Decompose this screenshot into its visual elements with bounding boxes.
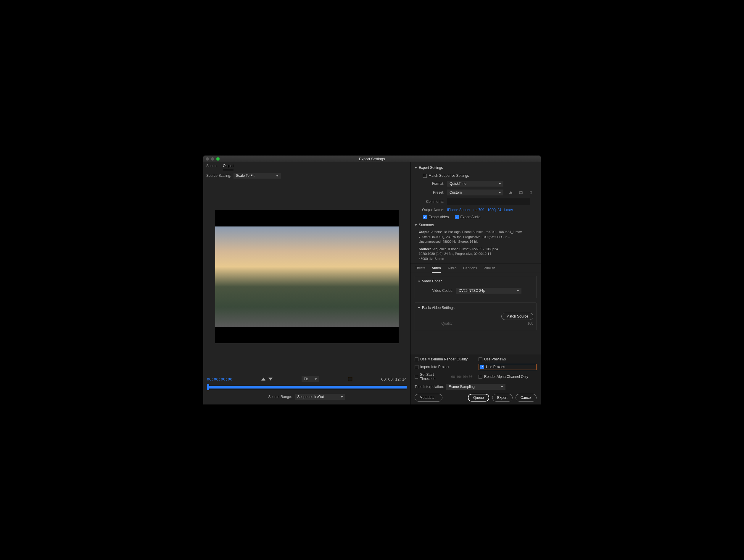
summary-source: Source: Sequence, iPhone Sunset - rec709… xyxy=(415,247,536,262)
start-timecode-value: 00:00:00:00 xyxy=(451,375,473,379)
output-name-label: Output Name: xyxy=(415,208,444,212)
export-audio-checkbox[interactable]: Export Audio xyxy=(455,215,481,219)
tab-source[interactable]: Source xyxy=(206,164,218,170)
comments-input[interactable] xyxy=(447,198,530,205)
playhead[interactable] xyxy=(207,385,209,390)
chevron-down-icon xyxy=(415,167,417,168)
export-video-checkbox[interactable]: Export Video xyxy=(423,215,449,219)
use-previews-checkbox[interactable]: Use Previews xyxy=(479,357,536,361)
chevron-down-icon xyxy=(415,225,417,226)
video-codec-dropdown[interactable]: DV25 NTSC 24p xyxy=(456,288,521,293)
video-settings-scroll[interactable]: Video Codec Video Codec: DV25 NTSC 24p B… xyxy=(410,273,541,354)
preview-viewport xyxy=(215,210,399,343)
preview-panel: Source Output Source Scaling: Scale To F… xyxy=(203,162,410,404)
format-dropdown[interactable]: QuickTime xyxy=(447,181,504,187)
save-preset-icon[interactable] xyxy=(508,190,514,195)
source-scaling-label: Source Scaling: xyxy=(206,173,231,178)
export-button[interactable]: Export xyxy=(492,394,513,402)
import-into-project-checkbox[interactable]: Import Into Project xyxy=(415,364,473,370)
mark-out-icon[interactable] xyxy=(268,377,272,381)
preset-label: Preset: xyxy=(415,190,444,195)
window-title: Export Settings xyxy=(203,157,541,161)
aspect-ratio-icon[interactable] xyxy=(348,377,352,381)
delete-preset-icon[interactable] xyxy=(528,190,533,195)
source-range-dropdown[interactable]: Sequence In/Out xyxy=(295,394,345,400)
tab-video[interactable]: Video xyxy=(432,266,441,273)
timeline-controls: 00:00:00:00 Fit 00:00:12:14 Source Range… xyxy=(203,372,410,404)
format-label: Format: xyxy=(415,182,444,186)
preset-dropdown[interactable]: Custom xyxy=(447,190,504,195)
tab-captions[interactable]: Captions xyxy=(463,266,477,273)
export-settings-window: Export Settings Source Output Source Sca… xyxy=(203,156,541,404)
source-range-label: Source Range: xyxy=(268,395,292,399)
max-render-quality-checkbox[interactable]: Use Maximum Render Quality xyxy=(415,357,473,361)
output-name-link[interactable]: iPhone Sunset - rec709 - 1080p24_1.mov xyxy=(447,208,513,212)
summary-output: Output: /Users/...le Package/iPhone Suns… xyxy=(415,230,536,244)
tab-audio[interactable]: Audio xyxy=(447,266,457,273)
match-sequence-checkbox[interactable]: Match Sequence Settings xyxy=(423,173,469,178)
tab-publish[interactable]: Publish xyxy=(484,266,495,273)
comments-label: Comments: xyxy=(415,200,444,204)
titlebar: Export Settings xyxy=(203,156,541,162)
summary-header[interactable]: Summary xyxy=(415,221,536,230)
export-settings-header[interactable]: Export Settings xyxy=(415,164,536,172)
match-source-button[interactable]: Match Source xyxy=(501,313,533,320)
duration-time: 00:00:12:14 xyxy=(381,377,407,382)
quality-label: Quality: xyxy=(418,321,453,325)
mark-in-icon[interactable] xyxy=(261,377,265,381)
chevron-down-icon xyxy=(418,307,420,309)
set-start-timecode-checkbox[interactable]: Set Start Timecode 00:00:00:00 xyxy=(415,372,473,381)
metadata-button[interactable]: Metadata... xyxy=(415,394,442,402)
preview-area xyxy=(203,181,410,372)
cancel-button[interactable]: Cancel xyxy=(516,394,536,402)
tab-output[interactable]: Output xyxy=(223,164,233,170)
use-proxies-highlight: Use Proxies xyxy=(479,364,536,370)
zoom-fit-dropdown[interactable]: Fit xyxy=(302,376,319,382)
svg-rect-0 xyxy=(519,192,522,194)
tab-effects[interactable]: Effects xyxy=(415,266,425,273)
bottom-options: Use Maximum Render Quality Use Previews … xyxy=(410,354,541,404)
settings-panel: Export Settings Match Sequence Settings … xyxy=(410,162,541,404)
time-interpolation-label: Time Interpolation: xyxy=(415,385,444,389)
timeline-slider[interactable] xyxy=(207,385,407,390)
basic-video-header[interactable]: Basic Video Settings xyxy=(418,306,533,310)
time-interpolation-dropdown[interactable]: Frame Sampling xyxy=(446,384,506,390)
queue-button[interactable]: Queue xyxy=(468,394,489,402)
video-codec-header[interactable]: Video Codec xyxy=(418,279,533,283)
preview-image xyxy=(215,227,399,327)
use-proxies-checkbox[interactable]: Use Proxies xyxy=(480,365,505,369)
source-scaling-dropdown[interactable]: Scale To Fit xyxy=(233,173,281,178)
import-preset-icon[interactable] xyxy=(518,190,523,195)
chevron-down-icon xyxy=(418,281,420,282)
video-codec-label: Video Codec: xyxy=(418,289,453,293)
current-time[interactable]: 00:00:00:00 xyxy=(207,377,232,382)
render-alpha-checkbox[interactable]: Render Alpha Channel Only xyxy=(479,372,536,381)
quality-value: 100 xyxy=(527,321,533,325)
